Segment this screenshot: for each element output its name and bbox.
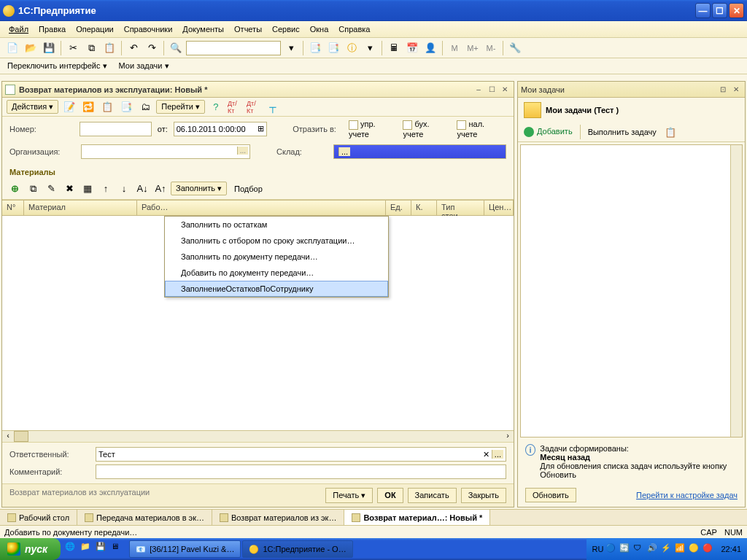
col-ed[interactable]: Ед. [386, 201, 411, 215]
tb-icon[interactable]: 📑 [118, 99, 134, 115]
struct-icon[interactable]: ┬ [265, 99, 281, 115]
doc-min[interactable]: – [473, 85, 484, 95]
mem-mplus[interactable]: M+ [465, 40, 481, 56]
menu-help[interactable]: Справка [334, 23, 374, 35]
print-button[interactable]: Печать ▾ [325, 488, 373, 503]
menu-fill-by-doc[interactable]: Заполнить по документу передачи… [165, 249, 388, 265]
doc-close[interactable]: ✕ [499, 85, 511, 95]
open-icon[interactable]: 📂 [23, 40, 39, 56]
sort-asc-icon[interactable]: A↓ [134, 181, 150, 197]
check-nal[interactable]: нал. учете [457, 120, 506, 139]
help-icon[interactable]: ⓘ [344, 40, 360, 56]
org-field[interactable] [81, 144, 250, 159]
tab-transfer[interactable]: Передача материалов в эк… [77, 510, 212, 525]
calc-icon[interactable]: 🖩 [386, 40, 402, 56]
pick-button[interactable]: Подбор [229, 182, 268, 195]
dtkt-icon[interactable]: Дт/Кт [246, 99, 262, 115]
tab-desktop[interactable]: Рабочий стол [0, 510, 77, 525]
goto-dropdown[interactable]: Перейти ▾ [156, 100, 205, 114]
tray-icon[interactable]: 🔄 [619, 543, 631, 555]
menu-fill-by-employee[interactable]: ЗаполнениеОстатковПоСотруднику [165, 281, 388, 297]
tray-icon[interactable]: 🔊 [647, 543, 659, 555]
save-icon[interactable]: 💾 [41, 40, 57, 56]
tray-icon[interactable]: 🔴 [703, 543, 714, 555]
save-button[interactable]: Записать [408, 488, 457, 503]
fill-dropdown[interactable]: Заполнить ▾ [171, 182, 227, 195]
dtkt-icon[interactable]: Дт/Кт [227, 99, 243, 115]
settings-icon[interactable]: 🔧 [507, 40, 523, 56]
search-input[interactable] [186, 41, 281, 55]
tray-lang[interactable]: RU [592, 545, 604, 553]
comment-field[interactable] [96, 464, 506, 479]
help-icon[interactable]: ? [208, 99, 224, 115]
tb-icon[interactable]: 🔁 [80, 99, 96, 115]
tab-return[interactable]: Возврат материалов из эк… [212, 510, 344, 525]
minimize-button[interactable]: — [695, 3, 711, 18]
maximize-button[interactable]: ☐ [712, 3, 727, 18]
edit-row-icon[interactable]: ✎ [43, 181, 59, 197]
side-pin-icon[interactable]: ⊡ [717, 85, 729, 95]
menu-add-by-doc[interactable]: Добавить по документу передачи… [165, 265, 388, 281]
check-upr[interactable]: упр. учете [349, 120, 398, 139]
grid-icon[interactable]: ▦ [80, 181, 96, 197]
ql-icon[interactable]: 🖥 [111, 542, 124, 556]
menu-documents[interactable]: Документы [178, 23, 228, 35]
cut-icon[interactable]: ✂ [65, 40, 81, 56]
tb-dropdown-icon[interactable]: ▾ [362, 40, 378, 56]
actions-dropdown[interactable]: Действия ▾ [7, 100, 58, 114]
menu-windows[interactable]: Окна [306, 23, 333, 35]
task-list[interactable] [520, 144, 743, 438]
tb-icon[interactable]: 🗂 [137, 99, 153, 115]
tab-return-new[interactable]: Возврат материал…: Новый * [344, 510, 490, 525]
tray-icon[interactable]: ⚡ [661, 543, 673, 555]
scrollbar[interactable] [730, 145, 742, 437]
col-tip[interactable]: Тип стои… [437, 201, 484, 215]
col-cen[interactable]: Цен… [484, 201, 514, 215]
tray-icon[interactable]: 📶 [675, 543, 686, 555]
col-rab[interactable]: Рабо… [137, 201, 386, 215]
menu-service[interactable]: Сервис [268, 23, 304, 35]
tray-clock[interactable]: 22:41 [721, 545, 741, 553]
copy-icon[interactable]: ⧉ [83, 40, 99, 56]
tray-icon[interactable]: 🔵 [605, 543, 617, 555]
menu-edit[interactable]: Правка [34, 23, 70, 35]
check-buh[interactable]: бух. учете [403, 120, 451, 139]
mem-m[interactable]: M [446, 40, 462, 56]
ql-icon[interactable]: 📁 [80, 542, 93, 556]
calendar-icon[interactable]: 📅 [404, 40, 420, 56]
switch-interface[interactable]: Переключить интерфейс ▾ [4, 61, 110, 71]
refresh-button[interactable]: Обновить [525, 488, 576, 502]
tray-icon[interactable]: 🟡 [689, 543, 700, 555]
menu-fill-service-life[interactable]: Заполнить с отбором по сроку эксплуатаци… [165, 233, 388, 249]
search-icon[interactable]: 🔍 [168, 40, 184, 56]
start-button[interactable]: пуск [0, 538, 61, 560]
paste-icon[interactable]: 📋 [101, 40, 117, 56]
undo-icon[interactable]: ↶ [125, 40, 142, 56]
menu-reports[interactable]: Отчеты [230, 23, 266, 35]
close-doc-button[interactable]: Закрыть [461, 488, 506, 503]
add-task-button[interactable]: Добавить [524, 127, 573, 137]
taskbar-app-2[interactable]: 🟡1С:Предприятие - О… [242, 540, 352, 558]
grid-body[interactable]: Заполнить по остаткам Заполнить с отборо… [2, 216, 514, 430]
taskbar-app-1[interactable]: 📧[36/112] Pavel Kuzi &… [129, 540, 241, 558]
copy-row-icon[interactable]: ⧉ [25, 181, 41, 197]
tb-icon[interactable]: 📑 [325, 40, 341, 56]
ql-icon[interactable]: 🌐 [65, 542, 78, 556]
col-k[interactable]: К. [411, 201, 437, 215]
menu-fill-remains[interactable]: Заполнить по остаткам [165, 217, 388, 233]
mem-mminus[interactable]: M- [483, 40, 499, 56]
tb-icon[interactable]: 📝 [61, 99, 77, 115]
copy-task-icon[interactable]: 📋 [662, 124, 678, 140]
search-dropdown-icon[interactable]: ▾ [283, 40, 299, 56]
number-field[interactable] [80, 122, 151, 136]
menu-file[interactable]: Файл [4, 23, 33, 35]
tb-icon[interactable]: 📋 [99, 99, 115, 115]
menu-operations[interactable]: Операции [71, 23, 117, 35]
ql-icon[interactable]: 💾 [96, 542, 109, 556]
up-icon[interactable]: ↑ [98, 181, 114, 197]
tray-icon[interactable]: 🛡 [633, 543, 645, 555]
ok-button[interactable]: ОК [377, 488, 403, 503]
col-material[interactable]: Материал [24, 201, 137, 215]
down-icon[interactable]: ↓ [116, 181, 132, 197]
menu-references[interactable]: Справочники [120, 23, 177, 35]
